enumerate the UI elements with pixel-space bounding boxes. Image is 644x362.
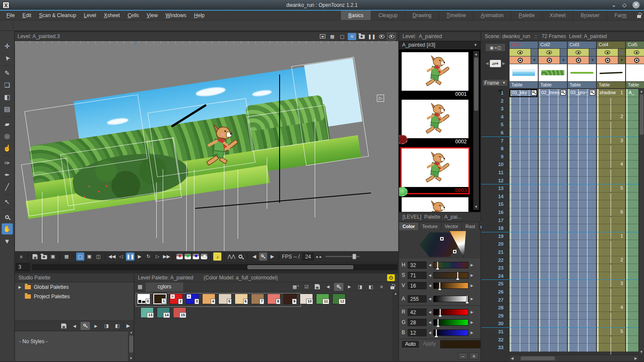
slider-value-field[interactable]: 12 — [408, 329, 426, 336]
frame-range-thumb[interactable] — [247, 265, 353, 269]
camstand-visibility-toggle[interactable] — [626, 56, 644, 64]
prev-key-icon[interactable]: ◀ — [70, 322, 79, 330]
level-strip-scrollbar[interactable]: ▲▼ — [473, 51, 479, 210]
tool-tape-icon[interactable]: ◎ — [2, 131, 13, 142]
color-swatch-11[interactable]: 11 — [316, 294, 329, 304]
play-icon[interactable]: ▶ — [135, 252, 143, 261]
camera-view-icon[interactable] — [358, 33, 366, 40]
slider-bar[interactable] — [433, 319, 468, 326]
frame-number-1[interactable]: 1 — [501, 90, 504, 95]
palette-tree-item-global-palettes[interactable]: ▶Global Palettes — [15, 282, 134, 292]
room-tab-browser[interactable]: Browser — [573, 11, 607, 20]
save-icon[interactable] — [31, 252, 39, 261]
column-lock-toggle[interactable] — [618, 49, 625, 56]
color-wheel-area[interactable] — [399, 230, 480, 258]
tool-geometric-icon[interactable]: ❏ — [2, 80, 13, 91]
snapshot-icon[interactable] — [40, 252, 48, 261]
clone-palette-icon[interactable]: ◨ — [102, 322, 111, 330]
selected-cell-border[interactable] — [510, 89, 537, 97]
frame-number-8[interactable]: 8 — [501, 146, 504, 151]
close-icon[interactable]: ✕ — [632, 1, 640, 9]
column-parent-label[interactable]: Table — [597, 82, 625, 88]
frame-number-25[interactable]: 25 — [498, 281, 504, 286]
auto-button[interactable]: Auto — [401, 340, 420, 348]
tool-rgb-picker-icon[interactable]: ✒ — [2, 169, 13, 181]
room-tab-timeline[interactable]: Timeline — [439, 11, 473, 20]
rooms-lock-button[interactable] — [634, 11, 644, 20]
frame-number-13[interactable]: 13 — [498, 186, 504, 191]
color-swatch-6[interactable]: 6 — [235, 294, 248, 304]
viewer-menu-icon[interactable]: ≡ — [17, 252, 25, 261]
safe-area-icon[interactable] — [318, 33, 327, 40]
options-icon[interactable]: ≡ — [377, 283, 386, 291]
speed-slider[interactable] — [325, 256, 360, 257]
key-icon[interactable] — [80, 322, 90, 330]
menu-help[interactable]: Help — [190, 12, 209, 18]
frame-number-30[interactable]: 30 — [498, 321, 504, 326]
slider-handle[interactable] — [457, 272, 459, 279]
frame-number-7[interactable]: 7 — [501, 138, 504, 143]
tool-brush-icon[interactable]: ✎ — [2, 68, 13, 79]
speed-slider-handle[interactable] — [352, 254, 356, 259]
slider-value-field[interactable]: 28 — [408, 319, 426, 326]
hide-menu-icon[interactable]: -- — [458, 353, 468, 359]
pause-icon[interactable]: ❚❚ — [126, 252, 134, 261]
tool-hand-icon[interactable]: ✋ — [2, 223, 13, 234]
tool-control-point-editor-icon[interactable]: ↖ — [2, 196, 13, 208]
freeze-icon[interactable]: ❚❚ — [367, 33, 376, 40]
slider-dec-icon[interactable]: ◀ — [428, 284, 432, 288]
frame-number-2[interactable]: 2 — [501, 98, 504, 104]
ruler-marker[interactable] — [135, 41, 136, 45]
slider-bar[interactable] — [433, 282, 468, 289]
next-key-icon[interactable]: ▶ — [268, 252, 276, 261]
slider-inc-icon[interactable]: ▶ — [470, 273, 474, 277]
first-frame-icon[interactable]: ◀◀ — [108, 252, 116, 261]
edit-style-icon[interactable]: ☑ — [302, 283, 311, 291]
tool-more-icon[interactable]: ▼ — [2, 235, 13, 246]
camstand-view-icon[interactable]: ▢ — [338, 33, 346, 40]
column-header-col3[interactable]: Col3▼Table — [568, 42, 596, 88]
level-frame-0004[interactable]: 0004 — [402, 197, 468, 212]
frame-number-18[interactable]: 18 — [498, 226, 504, 231]
style-tab-texture[interactable]: Texture — [419, 223, 441, 230]
frame-number-26[interactable]: 26 — [498, 289, 504, 294]
frame-number-14[interactable]: 14 — [498, 194, 504, 199]
slider-handle[interactable] — [466, 295, 468, 303]
field-guide-icon[interactable]: ▦ — [328, 33, 337, 40]
column-parent-label[interactable]: Table — [539, 82, 567, 88]
menu-view[interactable]: View — [143, 12, 162, 18]
column-header-col4[interactable]: Col4▼Table — [597, 42, 625, 88]
frame-number-20[interactable]: 20 — [498, 241, 504, 246]
slider-inc-icon[interactable]: ▶ — [470, 310, 474, 314]
frame-number-15[interactable]: 15 — [498, 202, 504, 207]
new-page-icon[interactable]: ▦⁺ — [291, 283, 301, 291]
column-config-icon[interactable]: ▼ — [531, 56, 538, 64]
frame-number-31[interactable]: 31 — [498, 329, 504, 334]
swatch-scrollbar[interactable]: ▼ — [393, 292, 398, 361]
next-frame-icon[interactable]: ▷ — [153, 252, 161, 261]
tool-ruler-icon[interactable]: ╱ — [2, 181, 13, 193]
slider-handle[interactable] — [439, 309, 441, 316]
slider-handle[interactable] — [435, 329, 437, 336]
level-frame-0001[interactable]: 0001 — [402, 52, 468, 97]
histogram-icon[interactable]: ⋀⋀ — [227, 252, 236, 261]
slider-inc-icon[interactable]: ▶ — [470, 331, 474, 335]
color-swatch-15[interactable]: 15 — [173, 307, 186, 318]
green-channel-icon[interactable] — [185, 254, 191, 259]
slider-value-field[interactable]: 255 — [408, 295, 426, 303]
slider-dec-icon[interactable]: ◀ — [428, 320, 432, 324]
maximize-icon[interactable]: ◇ — [622, 2, 626, 8]
column-header-col1[interactable]: Col1▼Table — [510, 42, 538, 88]
frame-number-6[interactable]: 6 — [501, 130, 504, 135]
new-level-button[interactable]: ▱+ — [490, 60, 501, 67]
level-frame-0003[interactable]: 0003 — [400, 147, 470, 194]
xsheet-vscrollbar[interactable]: ▲▼ — [638, 89, 644, 354]
column-lock-toggle[interactable] — [531, 49, 538, 56]
freeze-palette-icon[interactable] — [388, 283, 397, 291]
red-channel-icon[interactable] — [176, 254, 183, 259]
slider-dec-icon[interactable]: ◀ — [428, 297, 432, 301]
current-frame-field[interactable]: 3 — [16, 263, 30, 271]
last-frame-icon[interactable]: ▶▶ — [162, 252, 170, 261]
key-icon[interactable] — [334, 283, 343, 291]
slider-value-field[interactable]: 32 — [408, 261, 426, 269]
